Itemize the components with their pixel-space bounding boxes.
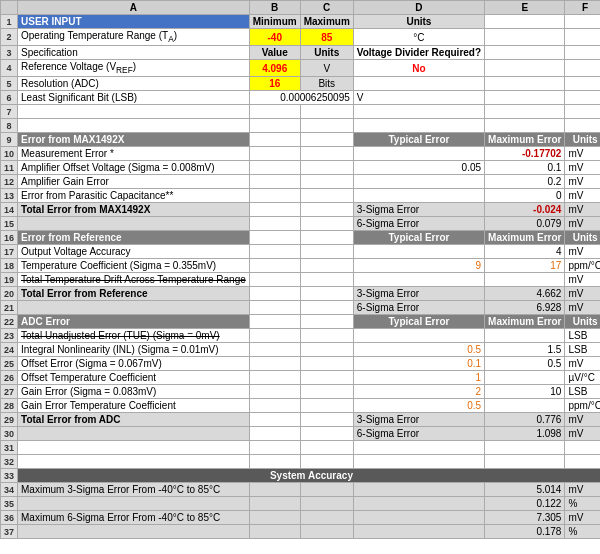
f7	[565, 105, 600, 119]
c18	[300, 259, 353, 273]
c16	[300, 231, 353, 245]
max-6sigma-pct: 0.178	[485, 525, 565, 539]
amp-offset-max: 0.1	[485, 161, 565, 175]
row-34: 34 Maximum 3-Sigma Error From -40°C to 8…	[1, 483, 601, 497]
total-max-sigma-label: 3-Sigma Error	[353, 203, 484, 217]
a7	[18, 105, 250, 119]
ref-header: Error from Reference	[18, 231, 250, 245]
d17	[353, 245, 484, 259]
user-input-label: USER INPUT	[18, 15, 250, 29]
row-num-10: 10	[1, 147, 18, 161]
typical-error-header-3: Typical Error	[353, 315, 484, 329]
b21	[249, 301, 300, 315]
total-ref-6sigma-label: 6-Sigma Error	[353, 301, 484, 315]
b8	[249, 119, 300, 133]
row-num-37: 37	[1, 525, 18, 539]
c22	[300, 315, 353, 329]
e2	[485, 29, 565, 46]
c36	[300, 511, 353, 525]
c11	[300, 161, 353, 175]
lsb-label: Least Significant Bit (LSB)	[18, 91, 250, 105]
f5	[485, 77, 565, 91]
op-temp-label: Operating Temperature Range (TA)	[18, 29, 250, 46]
temp-coeff-typical: 9	[353, 259, 484, 273]
row-8: 8	[1, 119, 601, 133]
e6	[485, 91, 565, 105]
row-25: 25 Offset Error (Sigma = 0.067mV) 0.1 0.…	[1, 357, 601, 371]
total-adc-3sigma-label: 3-Sigma Error	[353, 413, 484, 427]
row-7: 7	[1, 105, 601, 119]
e3	[485, 46, 565, 60]
corner-cell	[1, 1, 18, 15]
b23	[249, 329, 300, 343]
c35	[300, 497, 353, 511]
out-volt-units: mV	[565, 245, 600, 259]
row-27: 27 Gain Error (Sigma = 0.083mV) 2 10 LSB	[1, 385, 601, 399]
units-header-9: Units	[565, 133, 600, 147]
d12	[353, 175, 484, 189]
row-22: 22 ADC Error Typical Error Maximum Error…	[1, 315, 601, 329]
c34	[300, 483, 353, 497]
c28	[300, 399, 353, 413]
d8	[353, 119, 484, 133]
d32	[353, 455, 484, 469]
c23	[300, 329, 353, 343]
e26	[485, 371, 565, 385]
a37	[18, 525, 250, 539]
row-30: 30 6-Sigma Error 1.098 mV	[1, 427, 601, 441]
row-num-23: 23	[1, 329, 18, 343]
min-header: Minimum	[249, 15, 300, 29]
c31	[300, 441, 353, 455]
total-ref-6sigma-units: mV	[565, 301, 600, 315]
b29	[249, 413, 300, 427]
row-num-29: 29	[1, 413, 18, 427]
meas-error-max: -0.17702	[485, 147, 565, 161]
row-6: 6 Least Significant Bit (LSB) 0.00006250…	[1, 91, 601, 105]
total-ref-6sigma: 6.928	[485, 301, 565, 315]
b35	[249, 497, 300, 511]
max-6sigma-value: 7.305	[485, 511, 565, 525]
c8	[300, 119, 353, 133]
a8	[18, 119, 250, 133]
e32	[485, 455, 565, 469]
row-num-17: 17	[1, 245, 18, 259]
e8	[485, 119, 565, 133]
temp-coeff-max: 17	[485, 259, 565, 273]
f32	[565, 455, 600, 469]
row-23: 23 Total Unadjusted Error (TUE) (Sigma =…	[1, 329, 601, 343]
total-ref-3sigma: 4.662	[485, 287, 565, 301]
total-adc-6sigma-units: mV	[565, 427, 600, 441]
op-temp-max: 85	[300, 29, 353, 46]
d7	[353, 105, 484, 119]
row-num-16: 16	[1, 231, 18, 245]
col-e-header: E	[485, 1, 565, 15]
col-b-header: B	[249, 1, 300, 15]
b11	[249, 161, 300, 175]
row-17: 17 Output Voltage Accuracy 4 mV	[1, 245, 601, 259]
f4	[565, 60, 600, 77]
row-num-9: 9	[1, 133, 18, 147]
row-num-12: 12	[1, 175, 18, 189]
c24	[300, 343, 353, 357]
row-15: 15 6-Sigma Error 0.079 mV	[1, 217, 601, 231]
ref-volt-value: 4.096	[249, 60, 300, 77]
row-29: 29 Total Error from ADC 3-Sigma Error 0.…	[1, 413, 601, 427]
b37	[249, 525, 300, 539]
row-num-25: 25	[1, 357, 18, 371]
c21	[300, 301, 353, 315]
b14	[249, 203, 300, 217]
row-num-20: 20	[1, 287, 18, 301]
f8	[565, 119, 600, 133]
d10	[353, 147, 484, 161]
row-36: 36 Maximum 6-Sigma Error From -40°C to 8…	[1, 511, 601, 525]
row-num-7: 7	[1, 105, 18, 119]
row-num-26: 26	[1, 371, 18, 385]
row-num-22: 22	[1, 315, 18, 329]
row-num-14: 14	[1, 203, 18, 217]
c19	[300, 273, 353, 287]
row-num-11: 11	[1, 161, 18, 175]
offset-err-units: mV	[565, 357, 600, 371]
meas-error-units: mV	[565, 147, 600, 161]
b27	[249, 385, 300, 399]
amp-offset-typical: 0.05	[353, 161, 484, 175]
